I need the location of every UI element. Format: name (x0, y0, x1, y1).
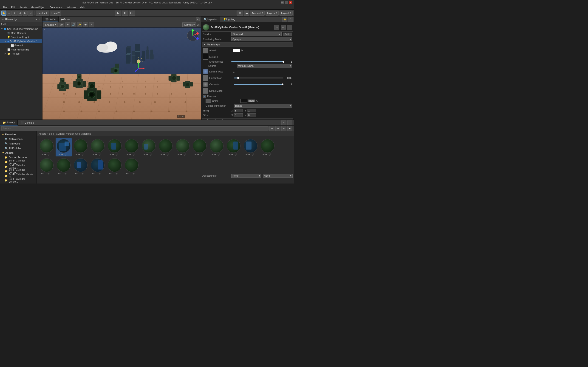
hierarchy-menu-icon[interactable]: ☰ (1, 18, 4, 21)
asset-item-19[interactable]: Sci-Fi Cyli... (124, 157, 140, 176)
pivot-dropdown[interactable]: Center▾ (36, 10, 49, 16)
hierarchy-options-icon[interactable]: ⋮ (38, 18, 41, 21)
occlusion-thumb[interactable] (203, 82, 208, 87)
hierarchy-item-scifi[interactable]: ▼ ◈ Sci-Fi Cylinder Version 1 (0, 39, 42, 43)
hand-tool[interactable]: ✋ (1, 10, 6, 16)
rotate-tool[interactable]: ↻ (12, 10, 17, 16)
asset-item-1[interactable]: Sci-Fi Cyli... (56, 138, 72, 156)
scifi-mat2-item[interactable]: 📁 Sci-Fi Cylinder Versio... (0, 164, 36, 169)
scene-3d-view[interactable]: X Y Z Persp ✕ (43, 27, 201, 119)
asset-item-12[interactable]: Sci-Fi Cyli... (242, 138, 259, 156)
material-more-btn[interactable]: ⋮ (287, 25, 292, 30)
asset-bundle-dropdown[interactable]: None ▾ (231, 174, 261, 178)
menu-assets[interactable]: Assets (18, 5, 29, 10)
breadcrumb-materials[interactable]: Sci-Fi Cylinder Version One Materials (49, 132, 91, 135)
tab-lighting[interactable]: 💡 Lighting (220, 17, 238, 22)
albedo-thumb[interactable] (203, 48, 208, 53)
scene-grid-btn[interactable]: # (89, 22, 94, 27)
height-map-thumb[interactable] (203, 75, 208, 81)
edit-shader-btn[interactable]: Edit... (283, 33, 292, 36)
asset-item-15[interactable]: Sci-Fi Cyli... (56, 157, 72, 176)
asset-item-16[interactable]: Sci-Fi Cyli... (73, 157, 89, 176)
height-slider[interactable] (234, 77, 284, 78)
scifi-mat3-item[interactable]: 📁 Sci-Fi Cylinder Versio... (0, 169, 36, 173)
cloud-icon[interactable]: ☁ (244, 10, 249, 16)
menu-file[interactable]: File (1, 5, 9, 10)
project-view-btn[interactable]: ⊞ (275, 126, 280, 131)
asset-item-11[interactable]: Sci-Fi Cyli... (225, 138, 242, 156)
normal-map-thumb[interactable] (203, 69, 208, 74)
asset-item-3[interactable]: Sci-Fi Cyli... (90, 138, 106, 156)
scene-audio-btn[interactable]: 🔊 (71, 22, 76, 27)
inspector-more-btn[interactable]: ⋮ (288, 17, 293, 22)
layout-dropdown[interactable]: Layout▾ (279, 10, 293, 16)
move-tool[interactable]: ↔ (7, 10, 12, 16)
menu-gameobject[interactable]: GameObject (29, 5, 47, 10)
scene-close-btn[interactable]: ✕ (196, 17, 199, 21)
close-button[interactable]: ✕ (289, 1, 292, 4)
project-add-btn[interactable]: + (281, 120, 286, 125)
gizmos-dropdown[interactable]: Gizmos▾ (182, 23, 196, 27)
main-maps-header[interactable]: ▼ Main Maps (202, 42, 293, 47)
material-expand-btn[interactable]: ⊞ (281, 25, 286, 30)
secondary-maps-header[interactable]: ▼ Secondary Maps (202, 118, 293, 119)
asset-item-7[interactable]: Sci-Fi Cyli... (157, 138, 174, 156)
tab-project[interactable]: 📁 Project (0, 120, 18, 125)
tab-game[interactable]: ▶ Game (59, 17, 73, 22)
hierarchy-add-icon[interactable]: + (36, 18, 37, 21)
play-button[interactable]: ▶ (115, 10, 121, 16)
menu-edit[interactable]: Edit (9, 5, 17, 10)
menu-window[interactable]: Window (65, 5, 78, 10)
asset-item-13[interactable]: Sci-Fi Cyli... (259, 138, 276, 156)
favorites-group[interactable]: ★ Favorites (0, 132, 36, 137)
shading-dropdown[interactable]: Shaded▾ (43, 22, 58, 27)
transform-tool[interactable]: ⊟ (28, 10, 33, 16)
tab-scene[interactable]: 🎬 Scene (43, 17, 59, 22)
2d-toggle[interactable]: 2D (59, 23, 64, 27)
asset-item-17[interactable]: Sci-Fi Cyli... (90, 157, 106, 176)
all-models-item[interactable]: 🔍 All Models (0, 141, 36, 146)
scene-x-btn[interactable]: ✕ (43, 28, 45, 31)
asset-item-9[interactable]: Sci-Fi Cyli... (191, 138, 208, 156)
collab-icon[interactable]: ⊕ (237, 10, 243, 16)
asset-item-18[interactable]: Sci-Fi Cyli... (107, 157, 123, 176)
detail-mask-thumb[interactable] (203, 88, 208, 94)
scale-tool[interactable]: ⊡ (17, 10, 22, 16)
source-dropdown[interactable]: Metallic Alpha ▾ (237, 64, 292, 68)
albedo-picker-btn[interactable]: ✎ (241, 49, 243, 52)
asset-item-4[interactable]: Sci-Fi Cyli... (107, 138, 123, 156)
tiling-x-input[interactable] (233, 109, 243, 112)
material-target-btn[interactable]: ⊙ (274, 25, 279, 30)
inspector-lock-btn[interactable]: 🔒 (282, 17, 287, 22)
hierarchy-item-ground[interactable]: ⬜ Ground (0, 43, 42, 48)
project-size-btn[interactable]: ◐ (287, 126, 292, 131)
assets-group[interactable]: ▼ Assets (0, 150, 36, 155)
asset-item-0[interactable]: Sci-Fi Cyli... (39, 138, 55, 156)
hierarchy-item-prefabs[interactable]: ▶ 📁 Prefabs (0, 52, 42, 56)
all-prefabs-item[interactable]: 🔍 All Prefabs (0, 146, 36, 150)
scifi-mat5-item[interactable]: 📁 Sci-Fi Cylinder Versio... (0, 178, 36, 183)
menu-component[interactable]: Component (48, 5, 64, 10)
offset-y-input[interactable] (247, 113, 256, 117)
hierarchy-item-light[interactable]: 💡 Directional Light (0, 35, 42, 39)
ground-textures-item[interactable]: 📁 Ground Textures (0, 155, 36, 160)
step-button[interactable]: ⏭ (129, 10, 135, 16)
emission-checkbox[interactable]: ✓ (203, 95, 206, 98)
asset-item-5[interactable]: Sci-Fi Cyli... (124, 138, 140, 156)
offset-x-input[interactable] (233, 113, 243, 117)
shader-dropdown[interactable]: Standard ▾ (231, 32, 282, 36)
scene-light-btn[interactable]: ☀ (65, 22, 70, 27)
project-search-input[interactable] (1, 126, 268, 131)
asset-item-8[interactable]: Sci-Fi Cyli... (174, 138, 191, 156)
space-dropdown[interactable]: Local▾ (50, 10, 61, 16)
rendering-mode-dropdown[interactable]: Opaque ▾ (231, 37, 292, 41)
pause-button[interactable]: ⏸ (122, 10, 128, 16)
albedo-color[interactable] (233, 49, 240, 52)
asset-item-6[interactable]: Sci-Fi Cyli... (141, 138, 157, 156)
gi-dropdown[interactable]: Baked ▾ (234, 104, 292, 108)
project-options-btn[interactable]: ⋮ (287, 120, 292, 125)
maximize-button[interactable]: □ (285, 1, 288, 4)
layers-dropdown[interactable]: Layers▾ (266, 10, 279, 16)
metallic-thumb[interactable] (203, 54, 208, 60)
all-materials-item[interactable]: 🔍 All Materials (0, 137, 36, 141)
